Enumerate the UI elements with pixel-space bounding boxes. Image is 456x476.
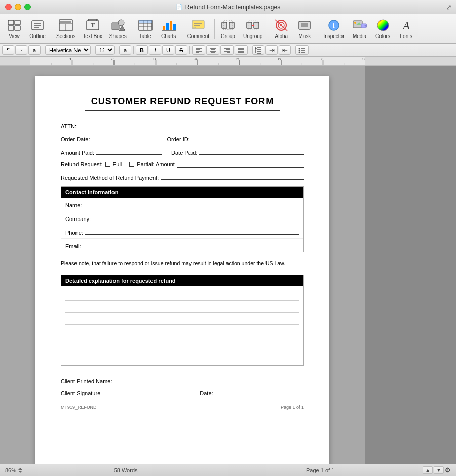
comment-icon [190, 18, 206, 32]
notice-text: Please note, that failure to respond or … [61, 260, 304, 268]
inspector-icon: i [326, 18, 342, 32]
full-checkbox[interactable] [105, 162, 110, 167]
svg-rect-35 [222, 22, 227, 28]
toolbar-item-colors[interactable]: Colors [372, 16, 394, 41]
toolbar-item-mask[interactable]: Mask [293, 16, 316, 41]
sep-1 [43, 46, 43, 54]
fonts-icon: A [398, 18, 414, 32]
svg-text:6: 6 [278, 57, 281, 61]
line-spacing-btn[interactable] [252, 45, 264, 55]
separator-6 [318, 19, 318, 39]
align-left-btn[interactable] [192, 45, 205, 55]
contact-header: Contact Information [61, 187, 303, 198]
svg-rect-11 [60, 21, 71, 23]
maximize-button[interactable] [24, 4, 31, 10]
ruler-content: 1 2 3 4 5 6 7 8 [30, 57, 365, 65]
media-label: Media [353, 33, 366, 39]
minimize-button[interactable] [15, 4, 21, 10]
date-label: Date: [200, 390, 213, 396]
toolbar-item-media[interactable]: Media [349, 16, 371, 41]
outdent-btn[interactable]: ⇤ [279, 45, 291, 55]
settings-button[interactable]: ⚙ [445, 466, 451, 474]
fullscreen-button[interactable]: ⤢ [446, 3, 452, 11]
toolbar-item-ungroup[interactable]: Ungroup [240, 16, 265, 41]
toolbar-item-charts[interactable]: Charts [158, 16, 180, 41]
contact-phone-row: Phone: [61, 225, 303, 239]
svg-marker-110 [18, 471, 22, 473]
signature-section: Client Printed Name: Client Signature Da… [61, 376, 304, 396]
font-family-select[interactable]: Helvetica Neue [45, 45, 91, 55]
align-right-btn[interactable] [220, 45, 234, 55]
list-btn[interactable] [295, 45, 309, 55]
svg-rect-2 [8, 26, 14, 30]
format-style-dropdown[interactable]: a [28, 45, 41, 55]
date-paid-label: Date Paid: [171, 150, 197, 156]
title-bar: 📄 Refund Form-MacTemplates.pages ⤢ [0, 0, 456, 14]
toolbar-item-shapes[interactable]: Shapes [106, 16, 130, 41]
attn-label: ATTN: [61, 123, 77, 129]
exp-line-1 [65, 289, 299, 301]
amount-paid-label: Amount Paid: [61, 150, 94, 156]
italic-button[interactable]: I [149, 45, 161, 55]
svg-text:A: A [402, 19, 410, 32]
client-name-label: Client Printed Name: [61, 378, 112, 384]
separator-4 [214, 19, 215, 39]
zoom-control[interactable]: 86% [5, 467, 23, 474]
separator-5 [268, 19, 268, 39]
date-paid-line [199, 148, 304, 155]
exp-line-6 [65, 350, 299, 361]
svg-rect-25 [139, 20, 152, 23]
table-label: Table [139, 33, 151, 39]
sep-2 [93, 46, 93, 54]
toolbar-item-comment[interactable]: Comment [184, 16, 212, 41]
explanation-body [61, 286, 303, 365]
amount-row: Amount Paid: Date Paid: [61, 148, 304, 156]
sep-5 [189, 46, 190, 54]
date-sig-line [215, 388, 304, 395]
toolbar-item-table[interactable]: Table [134, 16, 157, 41]
client-sig-line [102, 388, 187, 395]
document-page: CUSTOMER REFUND REQUEST FORM ATTN: Order… [35, 76, 329, 464]
align-dropdown[interactable]: a [119, 45, 131, 55]
nav-up-button[interactable]: ▲ [423, 466, 433, 474]
nav-down-button[interactable]: ▼ [434, 466, 444, 474]
justify-btn[interactable] [235, 45, 248, 55]
sep-7 [293, 46, 293, 54]
explanation-section: Detailed explanation for requested refun… [61, 275, 304, 366]
toolbar-item-sections[interactable]: Sections [53, 16, 79, 41]
ruler: 1 2 3 4 5 6 7 8 [0, 57, 456, 66]
refund-method-row: Requested Method of Refund Payment: [61, 173, 304, 181]
bold-button[interactable]: B [136, 45, 148, 55]
svg-rect-39 [254, 22, 259, 28]
textbox-label: Text Box [83, 33, 102, 39]
exp-line-4 [65, 326, 299, 337]
toolbar-item-view[interactable]: View [3, 16, 25, 41]
toolbar-item-group[interactable]: Group [217, 16, 239, 41]
align-center-btn[interactable] [206, 45, 219, 55]
contact-name-row: Name: [61, 198, 303, 211]
svg-marker-19 [119, 26, 125, 31]
title-label: Refund Form-MacTemplates.pages [185, 4, 280, 11]
zoom-value: 86% [5, 467, 16, 473]
svg-text:8: 8 [361, 57, 364, 61]
toolbar-item-alpha[interactable]: Alpha [270, 16, 292, 41]
close-button[interactable] [5, 4, 12, 10]
format-paragraph-btn[interactable]: ¶ [2, 45, 14, 55]
page-count: Page 1 of 1 [223, 467, 417, 473]
strikethrough-button[interactable]: S [175, 45, 187, 55]
toolbar-item-fonts[interactable]: A Fonts [395, 16, 417, 41]
refund-method-label: Requested Method of Refund Payment: [61, 175, 159, 181]
underline-button[interactable]: U [162, 45, 174, 55]
toolbar-item-outline[interactable]: Outline [26, 16, 49, 41]
font-size-select[interactable]: 12 [95, 45, 115, 55]
colors-label: Colors [375, 33, 390, 39]
inspector-label: Inspector [323, 33, 344, 39]
toolbar-item-inspector[interactable]: i Inspector [320, 16, 347, 41]
partial-checkbox[interactable] [129, 162, 134, 167]
sep-3 [117, 46, 117, 54]
indent-btn[interactable]: ⇥ [265, 45, 278, 55]
ungroup-label: Ungroup [243, 33, 262, 39]
amount-line [96, 148, 162, 155]
format-bullet-btn[interactable]: · [15, 45, 27, 55]
toolbar-item-textbox[interactable]: T Text Box [80, 16, 105, 41]
